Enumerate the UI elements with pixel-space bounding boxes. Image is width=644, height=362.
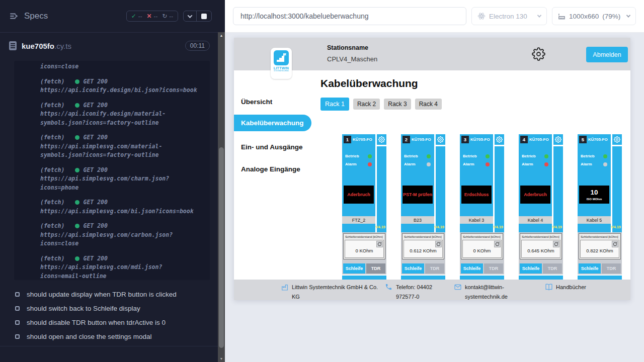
- schleife-button[interactable]: Schleife: [461, 263, 483, 274]
- nav-item-ein-und-ausg-nge[interactable]: Ein- und Ausgänge: [234, 141, 311, 154]
- tdr-button[interactable]: TDR: [425, 263, 444, 274]
- card-gear-icon[interactable]: [553, 134, 563, 145]
- rack-tab[interactable]: Rack 2: [353, 99, 380, 110]
- divider: [375, 134, 377, 232]
- refresh-button[interactable]: [494, 241, 501, 247]
- test-item[interactable]: should update display when TDR button is…: [15, 287, 218, 301]
- status-display: Erdschluss: [461, 186, 492, 204]
- log-entry[interactable]: (fetch) GET 200 https://api.simplesvg.co…: [40, 254, 203, 281]
- test-item[interactable]: should disable TDR button when tdrActive…: [15, 315, 218, 329]
- card-model: KÜ705-FO: [470, 137, 490, 142]
- electron-icon: [477, 12, 486, 20]
- refresh-button[interactable]: [435, 241, 442, 247]
- schleife-button[interactable]: Schleife: [402, 263, 424, 274]
- footer-company: Littwin Systemtechnik GmbH & Co. KG: [281, 283, 380, 300]
- card-gear-icon[interactable]: [612, 134, 622, 145]
- card-gear-icon[interactable]: [495, 134, 504, 145]
- card-buttons: Schleife TDR: [402, 263, 444, 274]
- test-item[interactable]: should open and close the settings modal: [15, 329, 218, 343]
- spec-file-icon: [9, 41, 17, 50]
- viewport-size-select[interactable]: 1000x660 (79%): [552, 7, 636, 25]
- spec-file-row[interactable]: kue705fo.cy.ts 00:11: [0, 33, 218, 59]
- measurement-value: 0.645 KOhm: [522, 248, 560, 253]
- measurement-panel: Schleifenwiderstand [kOhm] 0 KOhm: [461, 233, 503, 259]
- cypress-sidebar: Specs ✓-- ✕-- ↻-- kue705fo.cy.ts 00:11 i…: [0, 0, 218, 362]
- scroll-down-icon[interactable]: ▼: [218, 355, 225, 362]
- success-dot-icon: [75, 256, 79, 261]
- nav-item--bersicht[interactable]: Übersicht: [234, 96, 311, 109]
- test-title: should switch back to Schleife display: [27, 305, 140, 312]
- test-item[interactable]: should switch back to Schleife display: [15, 301, 218, 315]
- stat-passed: ✓--: [131, 13, 142, 20]
- device-card: 1 KÜ705-FO Betrieb Alarm Aderbruch FTZ_2…: [342, 134, 386, 280]
- log-entry[interactable]: (fetch) GET 200 https://api.simplesvg.co…: [40, 222, 203, 248]
- log-url: https://api.simplesvg.com/bi.json?icons=…: [40, 207, 203, 216]
- refresh-button[interactable]: [612, 241, 618, 247]
- cable-label: Kabel 5: [578, 216, 611, 224]
- tdr-button[interactable]: TDR: [484, 263, 503, 274]
- alarm-led: [427, 162, 431, 166]
- browser-select[interactable]: Electron 130: [471, 7, 547, 25]
- collapse-button[interactable]: [184, 11, 196, 21]
- tdr-button[interactable]: TDR: [602, 263, 621, 274]
- measurement-value-box: 0.645 KOhm: [521, 240, 560, 258]
- footer-phone[interactable]: Telefon: 04402 972577-0: [385, 283, 452, 300]
- footer-email[interactable]: kontakt@littwin-systemtechnik.de: [454, 283, 513, 300]
- log-entry[interactable]: (fetch) GET 200 https://api.iconify.desi…: [40, 77, 203, 95]
- tdr-button[interactable]: TDR: [366, 263, 385, 274]
- card-top: 5 KÜ705-FO Betrieb Alarm 10ISO MOhm Kabe…: [578, 134, 622, 232]
- stop-button[interactable]: [196, 11, 211, 21]
- divider: [611, 134, 612, 232]
- logout-button[interactable]: Abmelden: [586, 47, 628, 62]
- tdr-button[interactable]: TDR: [543, 263, 562, 274]
- stat-failed: ✕--: [147, 13, 158, 20]
- nav-item-analoge-eing-nge[interactable]: Analoge Eingänge: [234, 163, 311, 176]
- card-top: 2 KÜ705-FO Betrieb Alarm PST-M prüfen B2…: [401, 134, 445, 232]
- log-entry[interactable]: (fetch) GET 200 https://api.simplesvg.co…: [40, 198, 203, 216]
- log-status: GET 200: [83, 254, 107, 263]
- log-entry[interactable]: icons=close: [40, 62, 203, 71]
- card-gear-icon[interactable]: [436, 134, 445, 145]
- schleife-button[interactable]: Schleife: [343, 263, 365, 274]
- measurement-value: 0.822 KOhm: [581, 248, 619, 253]
- settings-gear-icon[interactable]: [532, 47, 545, 61]
- rack-tab[interactable]: Rack 1: [320, 98, 349, 111]
- chevron-down-icon: [188, 13, 193, 18]
- card-number-badge: 5: [579, 136, 587, 143]
- log-entry[interactable]: (fetch) GET 200 https://api.simplesvg.co…: [40, 166, 203, 193]
- scrollbar-thumb[interactable]: [219, 147, 224, 348]
- divider: [0, 346, 218, 346]
- scroll-up-icon[interactable]: ▲: [218, 32, 225, 39]
- card-measurement-section: Schleifenwiderstand [kOhm] 0.645 KOhm Sc…: [519, 232, 563, 275]
- scrollbar-track[interactable]: ▲ ▼: [218, 32, 225, 362]
- measurement-label: Schleifenwiderstand [kOhm]: [521, 234, 561, 239]
- browser-url-bar: Electron 130 1000x660 (79%): [225, 0, 644, 32]
- schleife-button[interactable]: Schleife: [520, 263, 542, 274]
- log-status: GET 200: [83, 222, 107, 231]
- log-url: https://api.iconify.design/material-symb…: [40, 110, 203, 127]
- station-label: Stationsname: [327, 44, 377, 51]
- log-entry[interactable]: (fetch) GET 200 https://api.simplesvg.co…: [40, 133, 203, 160]
- card-model: KÜ705-FO: [529, 137, 549, 142]
- refresh-button[interactable]: [553, 241, 559, 247]
- runner-controls: [183, 11, 212, 22]
- card-gear-icon[interactable]: [377, 134, 386, 145]
- nav-item-kabel-berwachung[interactable]: Kabelüberwachung: [234, 115, 311, 131]
- card-bottom-strip: [401, 276, 445, 280]
- check-icon: ✓: [131, 13, 136, 20]
- test-stats[interactable]: ✓-- ✕-- ↻--: [126, 11, 178, 22]
- app-main: Kabelüberwachung Rack 1Rack 2Rack 3Rack …: [314, 70, 630, 280]
- schleife-button[interactable]: Schleife: [579, 263, 601, 274]
- status-display: Aderbruch: [344, 186, 374, 204]
- success-dot-icon: [75, 200, 79, 205]
- specs-menu-icon[interactable]: [9, 11, 19, 21]
- rack-tab[interactable]: Rack 3: [384, 99, 411, 110]
- footer-manuals[interactable]: Handbücher: [545, 283, 586, 292]
- card-buttons: Schleife TDR: [520, 263, 562, 274]
- rack-tab[interactable]: Rack 4: [415, 99, 442, 110]
- logo-text: LITTWIN: [271, 66, 292, 70]
- url-input[interactable]: [233, 7, 466, 25]
- betrieb-led: [486, 154, 490, 158]
- refresh-button[interactable]: [376, 241, 383, 247]
- log-entry[interactable]: (fetch) GET 200 https://api.iconify.desi…: [40, 101, 203, 128]
